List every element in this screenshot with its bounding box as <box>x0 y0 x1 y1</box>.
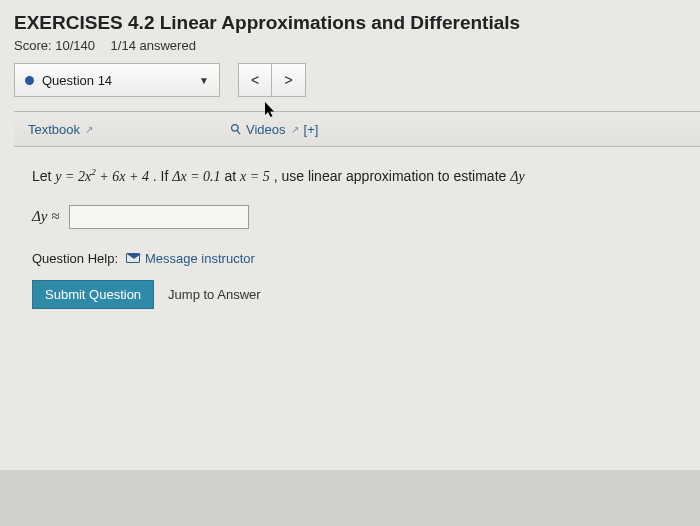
textbook-link[interactable]: Textbook ↗ <box>14 122 107 137</box>
prompt-delta-x: Δx = 0.1 <box>172 169 220 184</box>
textbook-label: Textbook <box>28 122 80 137</box>
help-label: Question Help: <box>32 251 118 266</box>
caret-down-icon: ▼ <box>199 75 209 86</box>
message-instructor-label: Message instructor <box>145 251 255 266</box>
question-selector[interactable]: Question 14 ▼ <box>14 63 220 97</box>
chevron-left-icon: < <box>251 72 259 88</box>
status-dot-icon <box>25 76 34 85</box>
next-question-button[interactable]: > <box>272 63 306 97</box>
submit-question-button[interactable]: Submit Question <box>32 280 154 309</box>
videos-label: Videos <box>246 122 286 137</box>
message-instructor-link[interactable]: Message instructor <box>126 251 255 266</box>
external-link-icon: ↗ <box>291 124 299 135</box>
answer-label: Δy ≈ <box>32 208 59 225</box>
page-title: EXERCISES 4.2 Linear Approximations and … <box>14 12 700 34</box>
videos-link[interactable]: ⚲ Videos ↗ [+] <box>217 121 332 137</box>
prompt-x: x = 5 <box>240 169 270 184</box>
prompt-if: . If <box>153 168 172 184</box>
question-prompt: Let y = 2x2 + 6x + 4 . If Δx = 0.1 at x … <box>32 167 682 185</box>
answer-row: Δy ≈ <box>32 205 682 229</box>
score-line: Score: 10/140 1/14 answered <box>14 38 700 53</box>
prompt-prefix: Let <box>32 168 55 184</box>
action-row: Submit Question Jump to Answer <box>32 280 682 309</box>
help-row: Question Help: Message instructor <box>32 251 682 266</box>
prompt-delta-y: Δy <box>510 169 524 184</box>
question-nav-bar: Question 14 ▼ < > <box>14 63 700 97</box>
answered-count: 1/14 answered <box>111 38 196 53</box>
answer-input[interactable] <box>69 205 249 229</box>
external-link-icon: ↗ <box>85 124 93 135</box>
resource-bar: Textbook ↗ ⚲ Videos ↗ [+] <box>14 111 700 147</box>
prompt-equation: y = 2x2 + 6x + 4 <box>55 169 149 184</box>
prompt-at: at <box>225 168 241 184</box>
prompt-use: , use linear approximation to estimate <box>274 168 511 184</box>
question-body: Let y = 2x2 + 6x + 4 . If Δx = 0.1 at x … <box>14 147 700 329</box>
jump-to-answer-link[interactable]: Jump to Answer <box>168 287 261 302</box>
question-selector-label: Question 14 <box>42 73 112 88</box>
mail-icon <box>126 253 140 263</box>
paperclip-icon: ⚲ <box>227 120 245 139</box>
prev-question-button[interactable]: < <box>238 63 272 97</box>
chevron-right-icon: > <box>284 72 292 88</box>
expand-videos: [+] <box>304 122 319 137</box>
score-value: Score: 10/140 <box>14 38 95 53</box>
